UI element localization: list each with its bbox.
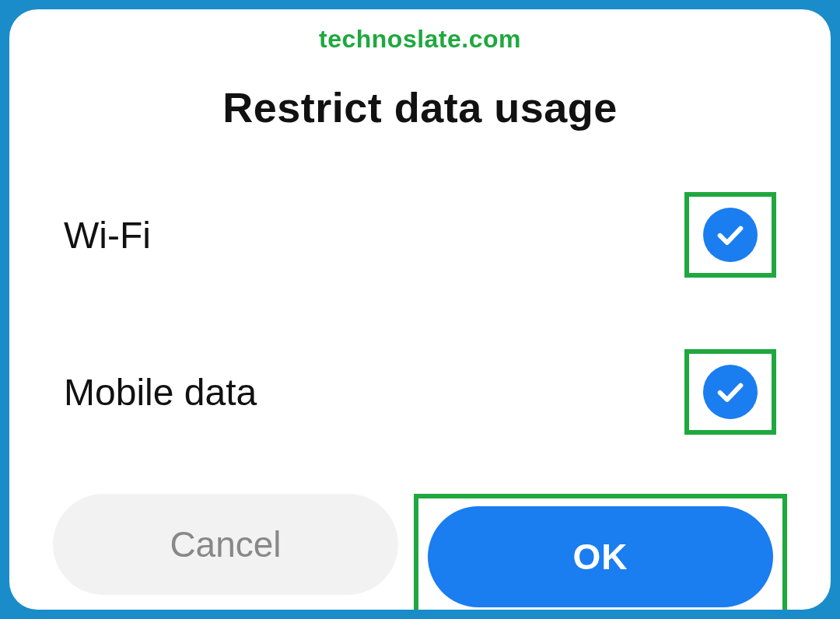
checkbox-mobiledata[interactable] xyxy=(703,365,758,419)
highlight-box xyxy=(684,192,776,278)
options-list: Wi-Fi Mobile data xyxy=(9,192,831,435)
check-icon xyxy=(715,376,746,407)
highlight-box xyxy=(684,349,776,435)
button-row: Cancel OK xyxy=(9,494,831,610)
highlight-box: OK xyxy=(414,494,787,610)
ok-button[interactable]: OK xyxy=(428,506,773,607)
checkbox-wifi[interactable] xyxy=(703,208,758,262)
cancel-button[interactable]: Cancel xyxy=(53,494,398,595)
option-label: Mobile data xyxy=(64,371,257,414)
option-row-mobiledata[interactable]: Mobile data xyxy=(64,349,776,435)
option-label: Wi-Fi xyxy=(64,214,151,257)
check-icon xyxy=(715,219,746,250)
dialog-frame: technoslate.com Restrict data usage Wi-F… xyxy=(9,9,831,610)
dialog-title: Restrict data usage xyxy=(9,83,831,131)
option-row-wifi[interactable]: Wi-Fi xyxy=(64,192,776,278)
watermark-text: technoslate.com xyxy=(9,25,831,54)
